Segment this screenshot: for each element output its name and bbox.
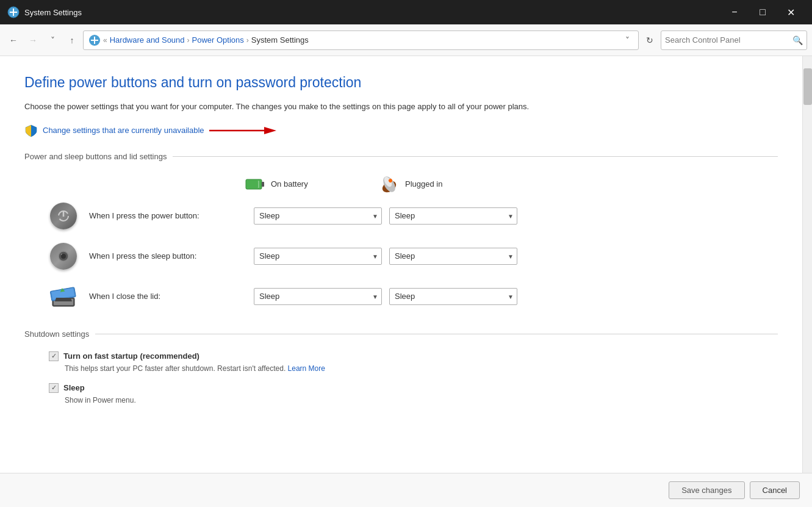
- fast-startup-wrapper: ✓ Turn on fast startup (recommended): [49, 351, 325, 361]
- maximize-button[interactable]: □: [749, 0, 777, 24]
- sleep-button-icon-container: [49, 242, 78, 271]
- learn-more-link[interactable]: Learn More: [288, 364, 325, 373]
- battery-icon: [244, 173, 266, 195]
- address-bar: ← → ˅ ↑ « Hardware and Sound › Power Opt…: [0, 24, 812, 56]
- column-headers: On battery Plugged in: [24, 173, 778, 195]
- sleep-col: ✓ Sleep Show in Power menu.: [49, 383, 136, 405]
- sleep-button-icon: [50, 243, 77, 270]
- shutdown-section-header: Shutdown settings: [24, 329, 778, 339]
- refresh-button[interactable]: ↻: [641, 32, 658, 49]
- power-sleep-section-header: Power and sleep buttons and lid settings: [24, 152, 778, 161]
- svg-point-16: [61, 254, 66, 259]
- sleep-plugged-dropdown[interactable]: Sleep Do nothing Hibernate Shut down Tur…: [389, 248, 517, 265]
- shutdown-section: Shutdown settings ✓ Turn on fast startup…: [24, 329, 778, 405]
- power-button-icon: [50, 203, 77, 229]
- save-changes-button[interactable]: Save changes: [669, 481, 744, 499]
- svg-marker-3: [264, 127, 276, 134]
- change-settings-link[interactable]: Change settings that are currently unava…: [43, 126, 204, 135]
- section-divider: [173, 156, 778, 157]
- change-settings-row: Change settings that are currently unava…: [24, 124, 778, 137]
- fast-startup-col: ✓ Turn on fast startup (recommended) Thi…: [49, 351, 325, 373]
- sleep-wrapper: ✓ Sleep: [49, 383, 136, 393]
- lid-battery-dropdown[interactable]: Sleep Do nothing Hibernate Shut down Tur…: [254, 288, 382, 305]
- sleep-checkbox[interactable]: ✓: [49, 383, 59, 393]
- search-box: 🔍: [661, 31, 807, 50]
- sleep-check: ✓: [51, 384, 57, 392]
- shutdown-title: Shutdown settings: [24, 329, 89, 339]
- up-small-button[interactable]: ˅: [44, 32, 61, 49]
- minimize-button[interactable]: −: [720, 0, 749, 24]
- sleep-battery-dropdown-wrapper: Sleep Do nothing Hibernate Shut down Tur…: [254, 248, 382, 265]
- col-header-battery: On battery: [244, 173, 378, 195]
- sleep-symbol-svg: [56, 249, 71, 264]
- lid-plugged-dropdown[interactable]: Sleep Do nothing Hibernate Shut down Tur…: [389, 288, 517, 305]
- sleep-battery-dropdown[interactable]: Sleep Do nothing Hibernate Shut down Tur…: [254, 248, 382, 265]
- power-plugged-dropdown[interactable]: Sleep Do nothing Hibernate Shut down Tur…: [389, 207, 517, 225]
- svg-rect-6: [247, 181, 258, 188]
- sleep-button-label: When I press the sleep button:: [89, 251, 254, 261]
- power-plugged-dropdown-wrapper: Sleep Do nothing Hibernate Shut down Tur…: [389, 207, 517, 225]
- power-button-label: When I press the power button:: [89, 211, 254, 220]
- sleep-button-row: When I press the sleep button: Sleep Do …: [24, 242, 778, 271]
- search-icon: 🔍: [792, 35, 803, 45]
- window-title: System Settings: [24, 8, 716, 17]
- sleep-label: Sleep: [63, 383, 85, 392]
- power-sleep-title: Power and sleep buttons and lid settings: [24, 152, 167, 161]
- power-button-icon-container: [49, 201, 78, 231]
- fast-startup-desc: This helps start your PC faster after sh…: [49, 364, 325, 373]
- up-button[interactable]: ↑: [63, 32, 81, 49]
- uac-shield-icon: [24, 124, 38, 137]
- svg-marker-21: [55, 298, 72, 301]
- plugged-in-label: Plugged in: [405, 179, 442, 189]
- content-area: Define power buttons and turn on passwor…: [0, 56, 812, 507]
- power-button-row: When I press the power button: Sleep Do …: [24, 201, 778, 231]
- settings-grid: When I press the power button: Sleep Do …: [24, 201, 778, 311]
- power-symbol-svg: [56, 209, 71, 223]
- window-controls: − □ ✕: [720, 0, 805, 24]
- scrollbar[interactable]: [802, 56, 812, 507]
- scrollbar-thumb[interactable]: [803, 68, 812, 105]
- app-icon: [7, 6, 20, 18]
- lid-plugged-dropdown-wrapper: Sleep Do nothing Hibernate Shut down Tur…: [389, 288, 517, 305]
- svg-rect-8: [244, 181, 246, 188]
- lid-row: When I close the lid: Sleep Do nothing H…: [24, 282, 778, 311]
- svg-rect-7: [262, 182, 264, 187]
- breadcrumb-current: System Settings: [251, 35, 309, 45]
- fast-startup-check: ✓: [51, 352, 57, 360]
- shutdown-divider: [95, 334, 778, 334]
- title-bar: System Settings − □ ✕: [0, 0, 812, 24]
- address-dropdown-button[interactable]: ˅: [622, 34, 633, 46]
- breadcrumb-power[interactable]: Power Options: [192, 35, 244, 45]
- sleep-desc: Show in Power menu.: [49, 396, 136, 405]
- plugged-icon: [378, 173, 400, 195]
- lid-label: When I close the lid:: [89, 292, 254, 301]
- lid-battery-dropdown-wrapper: Sleep Do nothing Hibernate Shut down Tur…: [254, 288, 382, 305]
- arrow-indicator: [209, 124, 276, 137]
- sleep-plugged-dropdown-wrapper: Sleep Do nothing Hibernate Shut down Tur…: [389, 248, 517, 265]
- laptop-lid-icon: [50, 283, 77, 310]
- page-description: Choose the power settings that you want …: [24, 101, 543, 113]
- lid-icon-container: [49, 282, 78, 311]
- fast-startup-checkbox[interactable]: ✓: [49, 351, 59, 361]
- col-header-plugged: Plugged in: [378, 173, 512, 195]
- page-title: Define power buttons and turn on passwor…: [24, 74, 778, 91]
- bottom-bar: Save changes Cancel: [0, 473, 812, 507]
- on-battery-label: On battery: [271, 179, 308, 189]
- path-icon: [88, 34, 101, 46]
- cancel-button[interactable]: Cancel: [750, 481, 800, 499]
- fast-startup-row: ✓ Turn on fast startup (recommended) Thi…: [24, 351, 778, 373]
- main-content: Define power buttons and turn on passwor…: [0, 56, 802, 507]
- search-input[interactable]: [665, 35, 790, 45]
- back-button[interactable]: ←: [5, 32, 22, 49]
- power-battery-dropdown-wrapper: Sleep Do nothing Hibernate Shut down Tur…: [254, 207, 382, 225]
- fast-startup-label: Turn on fast startup (recommended): [63, 351, 199, 361]
- breadcrumb-hardware[interactable]: Hardware and Sound: [110, 35, 185, 45]
- sleep-row: ✓ Sleep Show in Power menu.: [24, 383, 778, 405]
- close-button[interactable]: ✕: [777, 0, 805, 24]
- address-path: « Hardware and Sound › Power Options › S…: [83, 31, 639, 50]
- forward-button[interactable]: →: [24, 32, 41, 49]
- power-battery-dropdown[interactable]: Sleep Do nothing Hibernate Shut down Tur…: [254, 207, 382, 225]
